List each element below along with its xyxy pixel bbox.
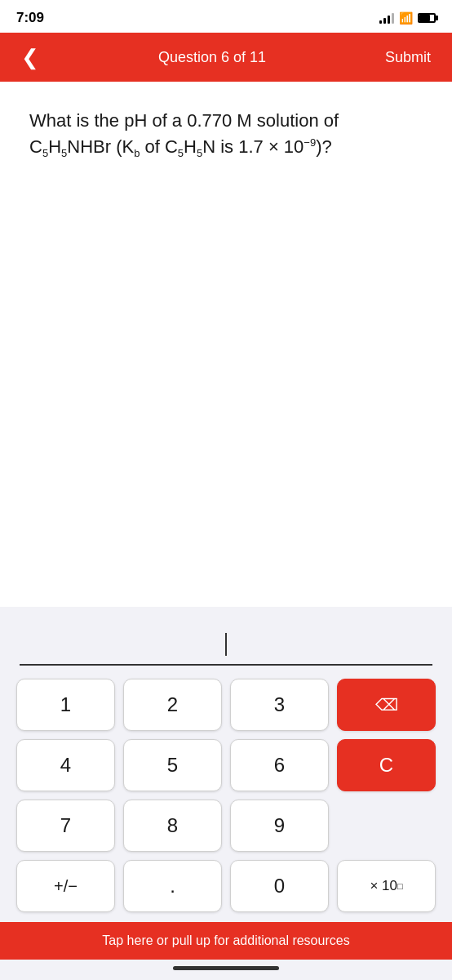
key-6[interactable]: 6 [230,739,329,791]
status-time: 7:09 [16,10,44,26]
key-1[interactable]: 1 [16,679,115,731]
key-empty [337,800,436,852]
key-decimal[interactable]: . [123,860,222,912]
battery-icon [418,13,436,23]
header-title: Question 6 of 11 [158,49,266,66]
status-bar: 7:09 📶 [0,0,452,33]
main-content: What is the pH of a 0.770 M solution of … [0,82,452,607]
back-button[interactable]: ❮ [15,43,46,71]
key-8[interactable]: 8 [123,800,222,852]
header: ❮ Question 6 of 11 Submit [0,33,452,82]
answer-input-display [20,621,432,666]
keypad: 1 2 3 ⌫ 4 5 6 C 7 8 9 +/− . 0 × 10□ [0,666,452,922]
submit-button[interactable]: Submit [379,46,437,69]
cursor [225,633,227,656]
key-9[interactable]: 9 [230,800,329,852]
answer-area [0,607,452,666]
key-sign[interactable]: +/− [16,860,115,912]
home-indicator [0,960,452,980]
bottom-bar-text: Tap here or pull up for additional resou… [102,933,349,947]
backspace-icon: ⌫ [375,695,398,715]
key-x10[interactable]: × 10□ [337,860,436,912]
key-4[interactable]: 4 [16,739,115,791]
key-5[interactable]: 5 [123,739,222,791]
wifi-icon: 📶 [399,11,413,24]
question-text: What is the pH of a 0.770 M solution of … [29,108,423,162]
bottom-bar[interactable]: Tap here or pull up for additional resou… [0,922,452,960]
key-backspace[interactable]: ⌫ [337,679,436,731]
key-3[interactable]: 3 [230,679,329,731]
home-bar [173,966,279,970]
status-icons: 📶 [379,11,436,24]
key-clear[interactable]: C [337,739,436,791]
signal-icon [379,12,394,24]
key-7[interactable]: 7 [16,800,115,852]
key-0[interactable]: 0 [230,860,329,912]
key-2[interactable]: 2 [123,679,222,731]
